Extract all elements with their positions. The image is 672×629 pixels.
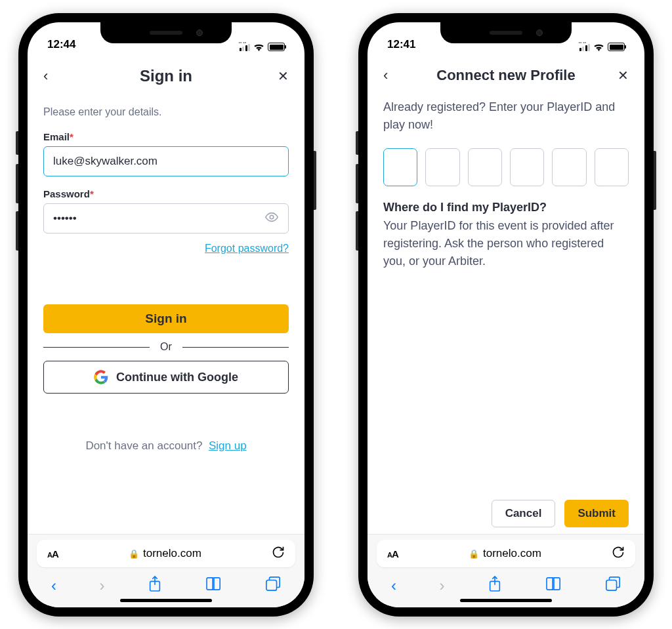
help-answer: Your PlayerID for this event is provided…: [383, 217, 629, 270]
battery-icon: [608, 43, 625, 51]
url-text: tornelo.com: [483, 547, 541, 560]
nav-back-icon[interactable]: ‹: [51, 577, 56, 595]
password-label: Password: [43, 188, 90, 199]
tabs-icon[interactable]: [605, 576, 621, 596]
share-icon[interactable]: [148, 575, 162, 596]
or-divider: Or: [43, 341, 289, 353]
address-bar[interactable]: AA 🔒tornelo.com: [37, 540, 295, 567]
nav-forward-icon: ›: [100, 577, 105, 595]
home-indicator: [460, 599, 552, 602]
status-time: 12:44: [47, 38, 75, 51]
phone-right: 12:41 •• •• ‹ Connect new Profile ✕ Alre…: [358, 13, 654, 617]
status-time: 12:41: [387, 38, 415, 51]
signal-icon: [240, 43, 251, 51]
help-question: Where do I find my PlayerID?: [383, 201, 629, 214]
page-title: Sign in: [140, 67, 192, 85]
close-icon[interactable]: ✕: [276, 68, 289, 84]
svg-rect-4: [606, 580, 617, 590]
google-icon: [94, 370, 108, 384]
safari-toolbar: AA 🔒tornelo.com ‹ ›: [368, 534, 644, 607]
playerid-digit-5[interactable]: [552, 148, 586, 186]
wifi-icon: [593, 43, 604, 51]
cancel-button[interactable]: Cancel: [492, 500, 556, 527]
signal-icon: [579, 43, 591, 51]
reload-icon[interactable]: [272, 546, 285, 562]
nav-back-icon[interactable]: ‹: [391, 577, 396, 595]
playerid-digit-2[interactable]: [425, 148, 459, 186]
share-icon[interactable]: [488, 575, 502, 596]
intro-text: Already registered? Enter your PlayerID …: [383, 98, 629, 134]
signin-button[interactable]: Sign in: [43, 304, 289, 333]
no-account-text: Don't have an account?: [85, 439, 202, 452]
google-signin-button[interactable]: Continue with Google: [43, 361, 289, 394]
notch: [100, 22, 232, 43]
back-icon[interactable]: ‹: [383, 67, 396, 84]
reload-icon[interactable]: [612, 546, 625, 562]
lock-icon: 🔒: [129, 549, 139, 559]
notch: [440, 22, 572, 43]
nav-forward-icon: ›: [440, 577, 445, 595]
phone-left: 12:44 •• •• ‹ Sign in ✕ Please enter you…: [18, 13, 314, 617]
forgot-password-link[interactable]: Forgot password?: [205, 243, 289, 254]
page-title: Connect new Profile: [436, 67, 575, 84]
svg-rect-2: [266, 580, 277, 590]
signup-link[interactable]: Sign up: [209, 439, 247, 452]
lock-icon: 🔒: [469, 549, 479, 559]
text-size-icon[interactable]: AA: [47, 548, 58, 559]
playerid-digit-3[interactable]: [468, 148, 502, 186]
text-size-icon[interactable]: AA: [387, 548, 398, 559]
playerid-digit-1[interactable]: [383, 148, 417, 186]
battery-icon: [268, 43, 285, 51]
tabs-icon[interactable]: [265, 576, 281, 596]
url-text: tornelo.com: [143, 547, 201, 560]
bookmarks-icon[interactable]: [205, 577, 222, 595]
playerid-digit-4[interactable]: [510, 148, 544, 186]
close-icon[interactable]: ✕: [616, 68, 629, 83]
bookmarks-icon[interactable]: [545, 577, 562, 595]
email-input[interactable]: luke@skywalker.com: [43, 146, 289, 176]
home-indicator: [120, 599, 212, 602]
address-bar[interactable]: AA 🔒tornelo.com: [377, 540, 635, 567]
back-icon[interactable]: ‹: [43, 68, 56, 85]
playerid-input-group: [383, 148, 629, 186]
wifi-icon: [253, 43, 264, 51]
password-input[interactable]: ••••••: [43, 203, 289, 233]
eye-icon[interactable]: [264, 210, 279, 228]
subtitle: Please enter your details.: [43, 106, 289, 118]
safari-toolbar: AA 🔒tornelo.com ‹ ›: [28, 534, 304, 607]
playerid-digit-6[interactable]: [595, 148, 629, 186]
submit-button[interactable]: Submit: [564, 500, 629, 527]
svg-point-0: [270, 215, 274, 219]
email-label: Email: [43, 131, 70, 142]
